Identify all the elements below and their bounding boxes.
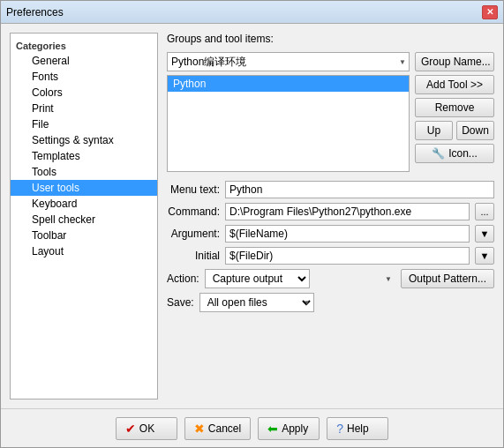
up-button[interactable]: Up: [415, 121, 453, 140]
sidebar-item-settings-syntax[interactable]: Settings & syntax: [11, 132, 157, 148]
action-label: Action:: [167, 273, 199, 285]
output-pattern-button[interactable]: Output Pattern...: [401, 269, 494, 288]
command-row: Command: ...: [167, 203, 494, 220]
sidebar: Categories GeneralFontsColorsPrintFileSe…: [10, 33, 158, 399]
sidebar-item-colors[interactable]: Colors: [11, 85, 157, 101]
initial-input[interactable]: [225, 247, 470, 265]
list-item[interactable]: Python: [168, 76, 409, 92]
list-box[interactable]: Python: [167, 75, 410, 172]
menu-text-label: Menu text:: [167, 183, 220, 196]
group-dropdown-wrapper: Python编译环境: [167, 52, 410, 71]
footer: ✔ OK ✖ Cancel ⬅ Apply ? Help: [1, 408, 503, 447]
groups-row: Python编译环境 Python Group Name... Add Tool…: [167, 52, 494, 172]
menu-text-row: Menu text:: [167, 181, 494, 198]
form-section: Menu text: Command: ... Argument: ▼ Init…: [167, 181, 494, 312]
action-dropdown[interactable]: Capture outputNoneShow in browser: [205, 269, 310, 288]
argument-dropdown-button[interactable]: ▼: [475, 225, 494, 243]
sidebar-item-spell-checker[interactable]: Spell checker: [11, 212, 157, 228]
up-down-row: Up Down: [415, 121, 494, 140]
argument-row: Argument: ▼: [167, 225, 494, 243]
sidebar-item-general[interactable]: General: [11, 53, 157, 69]
group-name-button[interactable]: Group Name...: [415, 52, 494, 71]
command-browse-button[interactable]: ...: [475, 203, 494, 220]
argument-input[interactable]: [225, 225, 470, 243]
cancel-icon: ✖: [194, 422, 205, 436]
save-dropdown-wrapper: All open filesCurrent fileNone: [199, 293, 314, 312]
sidebar-item-file[interactable]: File: [11, 116, 157, 132]
initial-dropdown-button[interactable]: ▼: [475, 247, 494, 265]
initial-row: Initial ▼: [167, 247, 494, 265]
sidebar-item-fonts[interactable]: Fonts: [11, 69, 157, 85]
help-icon: ?: [336, 422, 343, 436]
title-bar: Preferences ✕: [1, 1, 503, 24]
action-dropdown-wrapper: Capture outputNoneShow in browser: [205, 269, 395, 288]
sidebar-item-tools[interactable]: Tools: [11, 164, 157, 180]
apply-button[interactable]: ⬅ Apply: [258, 417, 320, 440]
add-tool-button[interactable]: Add Tool >>: [415, 75, 494, 94]
sidebar-item-layout[interactable]: Layout: [11, 243, 157, 259]
groups-right: Group Name... Add Tool >> Remove Up Down…: [415, 52, 494, 163]
apply-icon: ⬅: [267, 422, 278, 436]
main-content: Categories GeneralFontsColorsPrintFileSe…: [1, 24, 503, 408]
right-panel: Groups and tool items: Python编译环境 Python…: [167, 33, 494, 399]
initial-label: Initial: [167, 250, 220, 262]
close-button[interactable]: ✕: [482, 5, 498, 19]
command-input[interactable]: [225, 203, 470, 220]
ok-icon: ✔: [125, 422, 136, 436]
preferences-window: Preferences ✕ Categories GeneralFontsCol…: [0, 0, 504, 448]
menu-text-input[interactable]: [225, 181, 494, 198]
help-button[interactable]: ? Help: [327, 417, 388, 440]
icon-button[interactable]: 🔧 Icon...: [415, 144, 494, 163]
wrench-icon: 🔧: [432, 147, 445, 160]
save-label: Save:: [167, 296, 194, 309]
action-row: Action: Capture outputNoneShow in browse…: [167, 269, 494, 288]
groups-left: Python编译环境 Python: [167, 52, 410, 172]
command-label: Command:: [167, 205, 220, 218]
save-dropdown[interactable]: All open filesCurrent fileNone: [199, 293, 314, 312]
remove-button[interactable]: Remove: [415, 98, 494, 117]
group-dropdown[interactable]: Python编译环境: [167, 52, 410, 71]
groups-label: Groups and tool items:: [167, 33, 494, 45]
save-row: Save: All open filesCurrent fileNone: [167, 293, 494, 312]
sidebar-item-print[interactable]: Print: [11, 101, 157, 116]
ok-button[interactable]: ✔ OK: [116, 417, 177, 440]
cancel-button[interactable]: ✖ Cancel: [184, 417, 251, 440]
down-button[interactable]: Down: [456, 121, 494, 140]
sidebar-item-toolbar[interactable]: Toolbar: [11, 228, 157, 243]
argument-label: Argument:: [167, 228, 220, 240]
categories-label: Categories: [11, 37, 157, 53]
window-title: Preferences: [6, 6, 64, 19]
sidebar-item-templates[interactable]: Templates: [11, 148, 157, 164]
sidebar-item-user-tools[interactable]: User tools: [11, 180, 157, 196]
sidebar-item-keyboard[interactable]: Keyboard: [11, 196, 157, 212]
